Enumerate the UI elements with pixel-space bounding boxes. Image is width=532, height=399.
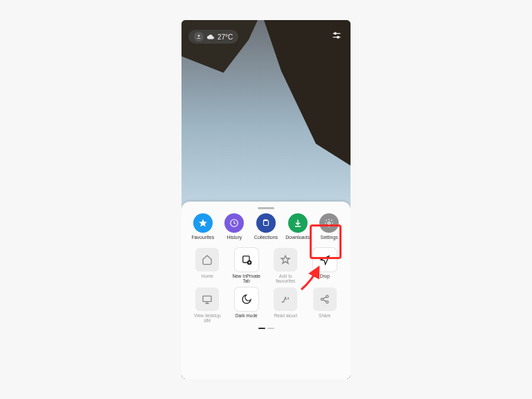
drop-tile[interactable]: Drop <box>308 248 343 283</box>
read-aloud-tile[interactable]: Read aloud <box>268 287 303 323</box>
svg-marker-10 <box>199 219 207 227</box>
home-icon <box>195 248 219 272</box>
phone-frame: 27°C A sacred sanctuary Ask me anything… <box>181 20 351 379</box>
new-inprivate-tab-tile[interactable]: New InPrivate Tab <box>229 248 265 283</box>
svg-rect-17 <box>203 296 211 302</box>
inprivate-icon <box>235 248 258 272</box>
temperature-label: 27°C <box>218 33 233 41</box>
wallpaper-decoration <box>264 20 351 166</box>
svg-marker-16 <box>281 256 290 263</box>
page-indicator[interactable] <box>187 328 345 329</box>
share-icon <box>313 287 337 311</box>
add-to-favourites-tile[interactable]: Add to favourites <box>268 248 303 283</box>
gear-icon <box>319 213 339 233</box>
dark-mode-tile[interactable]: Dark mode <box>229 287 265 323</box>
svg-rect-12 <box>263 221 268 226</box>
read-aloud-icon <box>274 287 297 311</box>
home-tile[interactable]: Home <box>190 248 225 283</box>
moon-icon <box>235 287 258 311</box>
bottom-sheet-menu: Favourites History Collections Downloads… <box>181 202 351 379</box>
collections-button[interactable]: Collections <box>251 213 281 240</box>
drag-handle[interactable] <box>258 207 274 209</box>
cloud-icon <box>206 33 215 40</box>
quick-actions-row: Favourites History Collections Downloads… <box>187 213 345 240</box>
share-tile[interactable]: Share <box>308 287 343 323</box>
wallpaper: 27°C A sacred sanctuary Ask me anything… <box>181 20 351 379</box>
svg-point-13 <box>328 222 330 224</box>
star-icon <box>193 213 213 233</box>
weather-pill[interactable]: 27°C <box>188 30 238 44</box>
actions-grid: Home New InPrivate Tab Add to favourites… <box>187 245 345 325</box>
desktop-icon <box>195 287 219 311</box>
history-button[interactable]: History <box>220 213 249 240</box>
history-icon <box>224 213 244 233</box>
svg-point-0 <box>198 35 200 37</box>
view-desktop-site-tile[interactable]: View desktop site <box>190 287 225 323</box>
send-icon <box>313 248 337 272</box>
profile-avatar-icon[interactable] <box>194 32 204 42</box>
customize-icon[interactable] <box>331 30 342 41</box>
favourites-button[interactable]: Favourites <box>188 213 218 240</box>
star-add-icon <box>274 248 297 272</box>
collections-icon <box>256 213 276 233</box>
settings-button[interactable]: Settings <box>314 213 344 240</box>
downloads-button[interactable]: Downloads <box>283 213 312 240</box>
download-icon <box>288 213 308 233</box>
